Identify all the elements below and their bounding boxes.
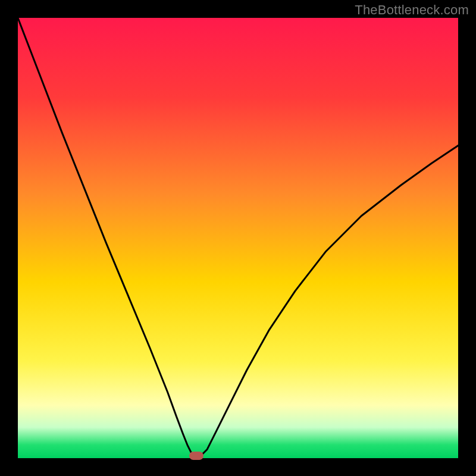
watermark-text: TheBottleneck.com [355,2,469,18]
chart-frame: TheBottleneck.com [0,0,476,476]
plot-area [18,18,458,458]
optimal-point-marker [189,452,203,460]
bottleneck-curve [18,18,458,458]
